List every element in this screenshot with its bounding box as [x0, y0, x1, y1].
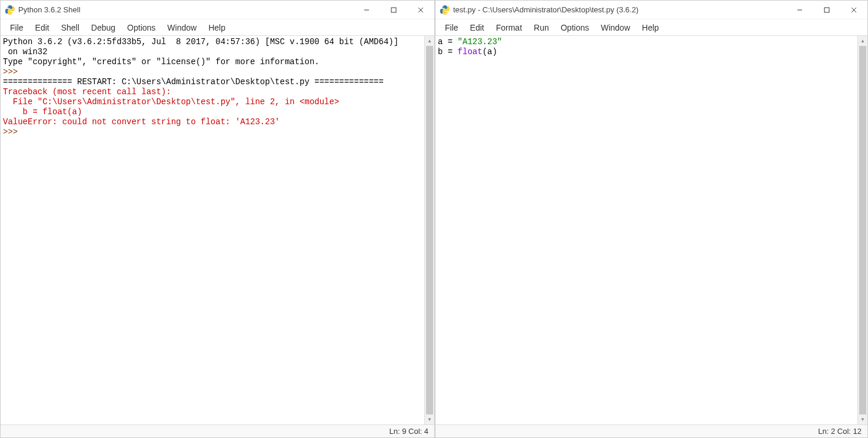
svg-rect-1 [391, 8, 396, 12]
shell-prompt-1: >>> [3, 67, 18, 77]
scrollbar-thumb[interactable] [426, 46, 433, 414]
shell-scrollbar[interactable]: ▲ ▼ [424, 36, 434, 424]
minimize-button[interactable] [353, 1, 380, 19]
shell-traceback-line4: ValueError: could not convert string to … [3, 117, 280, 127]
shell-menu-file[interactable]: File [4, 21, 29, 35]
shell-title: Python 3.6.2 Shell [18, 5, 353, 14]
shell-header-line2: on win32 [3, 47, 48, 57]
shell-restart-line: ============== RESTART: C:\Users\Adminis… [3, 77, 384, 87]
shell-menubar: File Edit Shell Debug Options Window Hel… [1, 19, 434, 36]
shell-copyright-line: Type "copyright", "credits" or "license(… [3, 57, 320, 67]
shell-menu-shell[interactable]: Shell [55, 21, 85, 35]
editor-menu-edit[interactable]: Edit [464, 21, 490, 35]
close-button[interactable] [840, 1, 867, 19]
shell-traceback-line1: Traceback (most recent call last): [3, 87, 171, 97]
shell-menu-debug[interactable]: Debug [85, 21, 121, 35]
shell-titlebar: Python 3.6.2 Shell [1, 1, 434, 19]
editor-menu-window[interactable]: Window [595, 21, 636, 35]
shell-window-controls [353, 1, 434, 19]
maximize-button[interactable] [813, 1, 840, 19]
svg-rect-5 [824, 8, 829, 12]
python-icon [440, 5, 450, 15]
editor-menu-help[interactable]: Help [636, 21, 665, 35]
editor-menu-format[interactable]: Format [490, 21, 528, 35]
scrollbar-track[interactable] [425, 46, 434, 414]
code-line1-pre: a = [438, 37, 458, 47]
shell-status-text: Ln: 9 Col: 4 [390, 427, 429, 436]
editor-menu-file[interactable]: File [439, 21, 464, 35]
editor-window: test.py - C:\Users\Administrator\Desktop… [435, 0, 868, 438]
editor-menubar: File Edit Format Run Options Window Help [435, 19, 867, 36]
shell-menu-edit[interactable]: Edit [29, 21, 55, 35]
shell-statusbar: Ln: 9 Col: 4 [1, 424, 434, 437]
shell-header-line1: Python 3.6.2 (v3.6.2:5fd33b5, Jul 8 2017… [3, 37, 398, 47]
editor-status-text: Ln: 2 Col: 12 [818, 427, 862, 436]
shell-text[interactable]: Python 3.6.2 (v3.6.2:5fd33b5, Jul 8 2017… [1, 36, 424, 424]
shell-traceback-line3: b = float(a) [3, 107, 82, 117]
scrollbar-down-icon[interactable]: ▼ [858, 414, 867, 424]
minimize-button[interactable] [786, 1, 813, 19]
shell-menu-window[interactable]: Window [161, 21, 202, 35]
editor-titlebar: test.py - C:\Users\Administrator\Desktop… [435, 1, 867, 19]
code-line2-post: (a) [483, 47, 497, 57]
code-line2-fn: float [458, 47, 483, 57]
editor-menu-options[interactable]: Options [555, 21, 595, 35]
editor-statusbar: Ln: 2 Col: 12 [435, 424, 867, 437]
editor-title: test.py - C:\Users\Administrator\Desktop… [453, 5, 786, 14]
scrollbar-thumb[interactable] [859, 46, 866, 414]
scrollbar-up-icon[interactable]: ▲ [858, 36, 867, 46]
editor-content-area: a = "A123.23" b = float(a) ▲ ▼ [435, 36, 867, 424]
shell-menu-options[interactable]: Options [121, 21, 161, 35]
editor-scrollbar[interactable]: ▲ ▼ [857, 36, 867, 424]
scrollbar-down-icon[interactable]: ▼ [425, 414, 434, 424]
code-line2-pre: b = [438, 47, 458, 57]
scrollbar-track[interactable] [858, 46, 867, 414]
shell-menu-help[interactable]: Help [202, 21, 231, 35]
maximize-button[interactable] [380, 1, 407, 19]
editor-menu-run[interactable]: Run [528, 21, 555, 35]
scrollbar-up-icon[interactable]: ▲ [425, 36, 434, 46]
close-button[interactable] [407, 1, 434, 19]
shell-traceback-line2: File "C:\Users\Administrator\Desktop\tes… [3, 97, 339, 107]
shell-content-area: Python 3.6.2 (v3.6.2:5fd33b5, Jul 8 2017… [1, 36, 434, 424]
shell-window: Python 3.6.2 Shell File Edit Shell Debug… [0, 0, 435, 438]
code-line1-string: "A123.23" [458, 37, 503, 47]
editor-text[interactable]: a = "A123.23" b = float(a) [435, 36, 857, 424]
shell-prompt-2: >>> [3, 127, 23, 137]
python-icon [5, 5, 15, 15]
editor-window-controls [786, 1, 867, 19]
